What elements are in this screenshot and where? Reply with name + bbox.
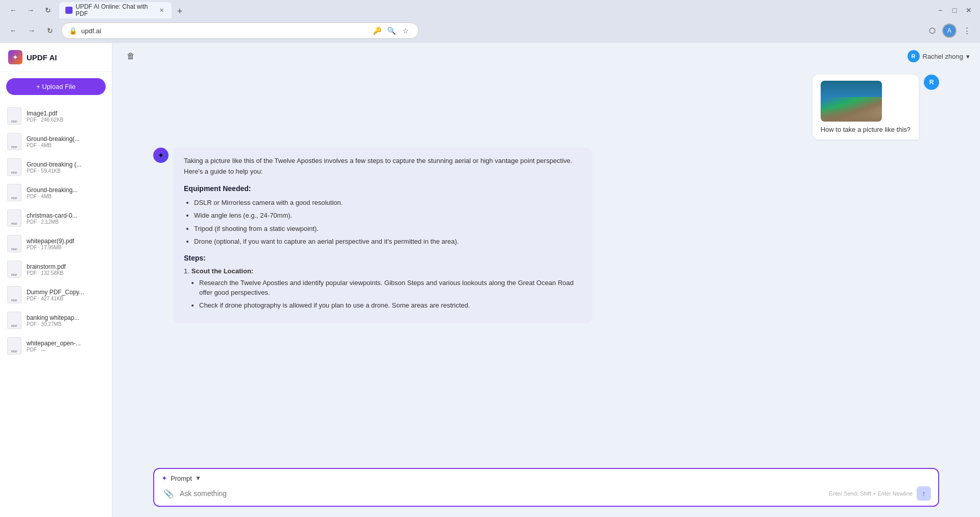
input-area: ✦ Prompt ▼ 📎 Enter Send; Shift + Enter N… — [112, 463, 980, 517]
forward-nav-button[interactable]: → — [25, 24, 39, 38]
forward-button[interactable]: → — [23, 3, 38, 17]
attach-icon: 📎 — [163, 489, 174, 499]
ai-icon: ✦ — [158, 151, 164, 159]
lock-icon: 🔒 — [69, 27, 77, 35]
file-name: Dummy PDF_Copy... — [27, 289, 105, 296]
user-avatar: R — [907, 50, 920, 62]
file-item[interactable]: PDF Image1.pdf PDF · 246.62KB — [0, 103, 112, 129]
file-meta: PDF · 246.62KB — [27, 117, 105, 123]
menu-icon[interactable]: ⋮ — [960, 24, 974, 38]
user-message-row: How to take a picture like this? R — [153, 75, 939, 139]
input-row: 📎 Enter Send; Shift + Enter Newline ↑ — [161, 486, 931, 501]
file-meta: PDF · 4MB — [27, 194, 105, 199]
file-name: Ground-breaking(... — [27, 135, 105, 143]
file-item[interactable]: PDF whitepaper(9).pdf PDF · 17.95MB — [0, 231, 112, 256]
browser-titlebar: ← → ↻ UPDF AI Online: Chat with PDF ✕ + … — [0, 0, 980, 20]
browser-right-icons: ⬡ A ⋮ — [925, 24, 974, 38]
ai-avatar: ✦ — [153, 148, 169, 163]
step-sub-list: Research the Twelve Apostles and identif… — [184, 278, 582, 311]
close-button[interactable]: ✕ — [964, 5, 974, 15]
file-item[interactable]: PDF Dummy PDF_Copy... PDF · 427.41KB — [0, 282, 112, 308]
input-box: ✦ Prompt ▼ 📎 Enter Send; Shift + Enter N… — [153, 468, 939, 507]
url-text: updf.ai — [81, 27, 101, 35]
user-message-text: How to take a picture like this? — [821, 126, 911, 133]
tab-favicon — [65, 7, 73, 14]
file-info: brainstorm.pdf PDF · 132.58KB — [27, 263, 105, 276]
file-icon: PDF — [7, 184, 21, 201]
send-icon: ↑ — [922, 489, 926, 498]
browser-profile-avatar[interactable]: A — [942, 24, 957, 38]
ai-intro-text: Taking a picture like this of the Twelve… — [184, 156, 582, 177]
tab-close-button[interactable]: ✕ — [158, 6, 165, 14]
equipment-list: DSLR or Mirrorless camera with a good re… — [184, 198, 582, 247]
sidebar: ✦ UPDF AI + Upload File PDF Image1.pdf P… — [0, 43, 112, 517]
file-icon: PDF — [7, 209, 21, 227]
file-item[interactable]: PDF Ground-breaking... PDF · 4MB — [0, 180, 112, 205]
equipment-heading: Equipment Needed: — [184, 184, 582, 193]
back-button[interactable]: ← — [6, 3, 20, 17]
delete-button[interactable]: 🗑 — [123, 48, 139, 64]
file-icon: PDF — [7, 337, 21, 355]
prompt-label: Prompt — [171, 475, 192, 482]
file-icon: PDF — [7, 286, 21, 303]
user-avatar-chat: R — [924, 75, 939, 90]
address-bar[interactable]: 🔒 updf.ai 🔑 🔍 ☆ — [61, 22, 419, 39]
new-tab-button[interactable]: + — [173, 4, 187, 18]
maximize-button[interactable]: □ — [949, 5, 960, 15]
file-meta: PDF · 30.27MB — [27, 321, 105, 327]
browser-controls: ← → ↻ — [6, 3, 55, 17]
file-icon: PDF — [7, 235, 21, 252]
password-icon[interactable]: 🔑 — [371, 25, 383, 36]
file-item[interactable]: PDF Ground-breaking(... PDF · 4MB — [0, 129, 112, 154]
main-toolbar: 🗑 R Rachel zhong ▾ — [112, 43, 980, 69]
user-badge[interactable]: R Rachel zhong ▾ — [907, 50, 970, 62]
prompt-dropdown[interactable]: ▼ — [195, 475, 201, 482]
file-item[interactable]: PDF christmas-card-0... PDF · 2.12MB — [0, 205, 112, 231]
logo-icon: ✦ — [12, 53, 18, 61]
file-item[interactable]: PDF Ground-breaking (... PDF · 59.41KB — [0, 154, 112, 180]
file-item[interactable]: PDF whitepaper_open-... PDF · — — [0, 333, 112, 359]
file-item[interactable]: PDF banking whitepap... PDF · 30.27MB — [0, 308, 112, 333]
file-name: Image1.pdf — [27, 110, 105, 117]
prompt-dropdown-icon: ▼ — [195, 475, 201, 482]
file-icon: PDF — [7, 261, 21, 278]
user-name: Rachel zhong — [923, 53, 964, 60]
step-num: 1. — [184, 267, 189, 275]
file-meta: PDF · 427.41KB — [27, 296, 105, 301]
file-info: Ground-breaking... PDF · 4MB — [27, 186, 105, 199]
back-nav-button[interactable]: ← — [6, 24, 20, 38]
file-name: whitepaper_open-... — [27, 340, 105, 347]
zoom-icon[interactable]: 🔍 — [386, 25, 397, 36]
chat-input[interactable] — [180, 489, 825, 498]
steps-heading: Steps: — [184, 254, 582, 262]
step-label: Scout the Location: — [192, 267, 253, 275]
file-name: whitepaper(9).pdf — [27, 238, 105, 245]
file-meta: PDF · 2.12MB — [27, 219, 105, 225]
file-info: Image1.pdf PDF · 246.62KB — [27, 110, 105, 123]
input-hint: Enter Send; Shift + Enter Newline — [829, 490, 913, 497]
ai-message-row: ✦ Taking a picture like this of the Twel… — [153, 148, 939, 323]
toolbar-left: 🗑 — [123, 48, 139, 64]
attach-button[interactable]: 📎 — [161, 486, 176, 501]
updf-logo: ✦ — [8, 50, 22, 64]
file-meta: PDF · 17.95MB — [27, 245, 105, 250]
file-name: brainstorm.pdf — [27, 263, 105, 270]
file-info: whitepaper(9).pdf PDF · 17.95MB — [27, 238, 105, 250]
minimize-button[interactable]: − — [935, 5, 945, 15]
file-meta: PDF · 132.58KB — [27, 270, 105, 276]
extensions-icon[interactable]: ⬡ — [925, 24, 939, 38]
upload-file-button[interactable]: + Upload File — [6, 78, 106, 95]
file-item[interactable]: PDF brainstorm.pdf PDF · 132.58KB — [0, 256, 112, 282]
file-name: Ground-breaking... — [27, 186, 105, 194]
step-sub-item: Research the Twelve Apostles and identif… — [199, 278, 582, 298]
refresh-nav-button[interactable]: ↻ — [43, 24, 57, 38]
reload-button[interactable]: ↻ — [41, 3, 55, 17]
send-button[interactable]: ↑ — [917, 486, 931, 501]
file-info: whitepaper_open-... PDF · — — [27, 340, 105, 353]
file-info: Dummy PDF_Copy... PDF · 427.41KB — [27, 289, 105, 301]
chat-area[interactable]: How to take a picture like this? R ✦ Tak… — [112, 69, 980, 463]
file-icon: PDF — [7, 133, 21, 150]
browser-chrome: ← → ↻ UPDF AI Online: Chat with PDF ✕ + … — [0, 0, 980, 43]
active-tab[interactable]: UPDF AI Online: Chat with PDF ✕ — [59, 2, 172, 18]
bookmark-icon[interactable]: ☆ — [400, 25, 411, 36]
